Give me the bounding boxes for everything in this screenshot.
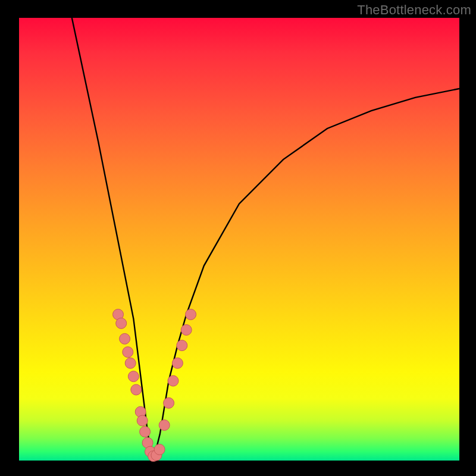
highlight-dot — [154, 444, 165, 455]
highlight-dot — [140, 427, 151, 437]
highlight-dot — [125, 358, 136, 368]
highlight-dot — [123, 347, 133, 358]
highlight-dot — [172, 358, 183, 368]
chart-stage: TheBottleneck.com — [0, 0, 476, 476]
watermark-text: TheBottleneck.com — [357, 2, 471, 18]
highlight-dot — [116, 318, 127, 328]
bottleneck-curve-svg — [19, 18, 459, 461]
plot-area — [19, 18, 459, 461]
highlight-dot — [177, 340, 187, 351]
highlight-dot — [120, 333, 130, 344]
highlight-dot — [168, 375, 178, 386]
highlight-dot — [128, 371, 139, 382]
highlight-dot — [159, 420, 170, 431]
highlight-dot — [164, 397, 174, 408]
highlight-dot — [137, 415, 148, 426]
highlight-dot — [186, 309, 196, 320]
highlight-dot — [181, 325, 192, 336]
highlight-dots-group — [113, 309, 196, 462]
bottleneck-curve-path — [72, 18, 459, 456]
highlight-dot — [131, 384, 142, 395]
